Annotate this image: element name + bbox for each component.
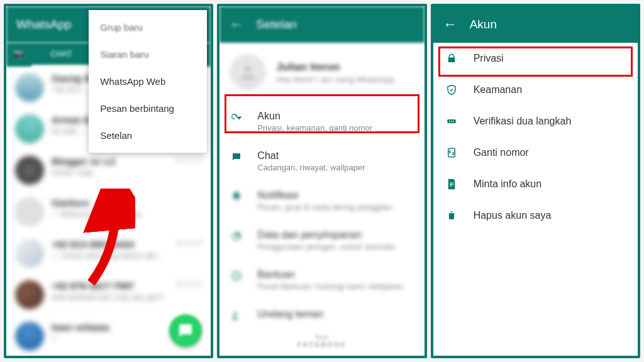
avatar-icon [15, 114, 44, 143]
profile-status: Hey there! I am using WhatsApp. [276, 75, 396, 84]
help-icon: ? [230, 269, 243, 282]
settings-row-key[interactable]: AkunPrivasi, keamanan, ganti nomor [219, 102, 424, 141]
tab-camera[interactable]: 📷 [6, 43, 31, 67]
new-chat-fab[interactable] [169, 314, 202, 347]
account-row-sim[interactable]: Ganti nomor [433, 137, 638, 168]
app-title: WhatsApp [16, 18, 72, 31]
panel-account: ← Akun Privasi Keamanan Verifikasi dua l… [431, 4, 640, 358]
account-title: Akun [470, 18, 497, 31]
panel-settings: ← Setelan Julian Imron Hey there! I am u… [217, 4, 426, 358]
svg-rect-9 [448, 148, 455, 157]
back-icon[interactable]: ← [230, 18, 243, 31]
chat-row[interactable]: +62 878-3817-7987ada belanda kah mas aku… [6, 274, 211, 315]
settings-row-help[interactable]: ? BantuanPusat Bantuan, hubungi kami, ke… [219, 260, 424, 300]
account-list: Privasi Keamanan Verifikasi dua langkah … [433, 43, 638, 231]
avatar-icon [15, 156, 44, 185]
appbar-account: ← Akun [433, 6, 638, 43]
chat-row[interactable]: +62 813-2901-6424✓ Untuk sekarang belum … [6, 233, 211, 274]
doc-icon [445, 178, 458, 190]
svg-point-4 [234, 312, 237, 315]
account-row-trash[interactable]: Hapus akun saya [433, 200, 638, 231]
svg-rect-13 [450, 185, 452, 186]
avatar-icon [15, 239, 44, 268]
settings-row-invite[interactable]: Undang teman [219, 300, 424, 330]
lock-icon [445, 53, 458, 64]
account-row-dots[interactable]: Verifikasi dua langkah [433, 106, 638, 137]
chat-row[interactable]: Gantoss✓ Welcome to the group [6, 191, 211, 233]
avatar-icon [230, 54, 266, 90]
settings-row-chat[interactable]: ChatCadangan, riwayat, wallpaper [219, 141, 424, 181]
menu-item[interactable]: Setelan [89, 122, 207, 149]
svg-point-8 [453, 121, 454, 122]
svg-rect-12 [450, 184, 453, 185]
back-icon[interactable]: ← [443, 18, 457, 31]
menu-item[interactable]: Grup baru [89, 14, 207, 41]
panel-chats: WhatsApp 📷 CHAT STATUS PANGGILAN Gaung W… [4, 4, 213, 358]
account-row-lock[interactable]: Privasi [433, 43, 638, 74]
svg-rect-11 [450, 183, 453, 184]
shield-icon [445, 84, 458, 96]
avatar-icon [15, 322, 44, 351]
profile-row[interactable]: Julian Imron Hey there! I am using Whats… [219, 43, 424, 102]
chat-row[interactable]: Blogger se v.2Arhan: halo 14:12:14 [6, 150, 211, 191]
trash-icon [445, 210, 458, 221]
tab-chat[interactable]: CHAT [31, 43, 91, 67]
dots-icon [445, 116, 458, 127]
avatar-icon [15, 197, 44, 226]
sim-icon [445, 147, 458, 158]
svg-point-6 [449, 121, 450, 122]
overflow-menu: Grup baruSiaran baruWhatsApp WebPesan be… [89, 10, 207, 153]
appbar-settings: ← Setelan [219, 6, 424, 43]
data-icon [230, 229, 243, 242]
avatar-icon [15, 73, 44, 102]
bell-icon [230, 190, 243, 202]
chat-icon [230, 150, 243, 163]
menu-item[interactable]: WhatsApp Web [89, 68, 207, 95]
svg-point-7 [451, 121, 452, 122]
invite-icon [230, 309, 243, 321]
menu-item[interactable]: Siaran baru [89, 41, 207, 68]
menu-item[interactable]: Pesan berbintang [89, 95, 207, 122]
avatar-icon [15, 280, 44, 309]
settings-list: AkunPrivasi, keamanan, ganti nomor ChatC… [219, 102, 424, 330]
settings-row-data[interactable]: Data dan penyimpananPenggunaan jaringan,… [219, 221, 424, 260]
settings-row-bell[interactable]: NotifikasiPesan, grup & nada dering pang… [219, 181, 424, 221]
key-icon [230, 111, 243, 123]
svg-text:?: ? [235, 273, 239, 280]
svg-point-0 [245, 65, 252, 72]
profile-name: Julian Imron [276, 61, 396, 74]
settings-title: Setelan [256, 18, 296, 31]
account-row-doc[interactable]: Minta info akun [433, 168, 638, 200]
footer: from FACEBOOK [219, 330, 424, 352]
account-row-shield[interactable]: Keamanan [433, 74, 638, 106]
